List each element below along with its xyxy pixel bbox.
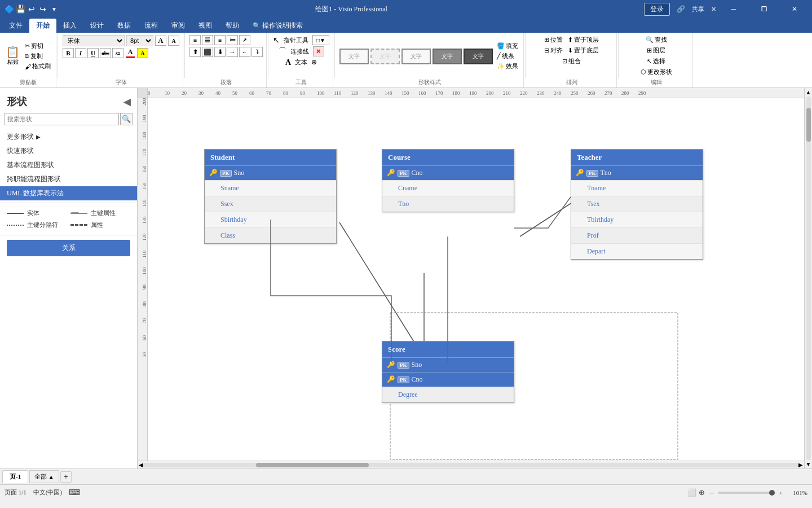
shape-selector[interactable]: □▼	[312, 35, 329, 45]
font-color-button[interactable]: A	[125, 48, 136, 58]
indent-button[interactable]: →	[227, 47, 238, 57]
normal-view-icon[interactable]: ⬜	[687, 488, 696, 497]
highlight-button[interactable]: A	[137, 48, 148, 58]
style-preview-4[interactable]: 文字	[433, 49, 462, 64]
style-preview-5[interactable]: 文字	[464, 49, 493, 64]
bring-front-button[interactable]: ⬆ 置于顶层	[566, 35, 601, 45]
connector-x[interactable]: ✕	[313, 46, 324, 56]
font-grow-button[interactable]: A	[155, 36, 166, 46]
tab-view[interactable]: 视图	[192, 19, 219, 33]
valign-bot-button[interactable]: ⬇	[214, 47, 226, 57]
tab-data[interactable]: 数据	[111, 19, 138, 33]
sidebar-item-uml-db[interactable]: UML 数据库表示法	[0, 186, 137, 200]
cut-button[interactable]: ✂ 剪切	[23, 41, 52, 51]
teacher-table[interactable]: Teacher 🔑 PK Tno Tname Tsex Tbirthday Pr…	[571, 149, 703, 260]
style-preview-2[interactable]: 文字	[370, 49, 400, 64]
canvas[interactable]: Student 🔑 PK Sno Sname Ssex Sbirthday Cl…	[148, 98, 804, 461]
tab-design[interactable]: 设计	[83, 19, 111, 33]
italic-button[interactable]: I	[75, 48, 86, 58]
send-back-button[interactable]: ⬇ 置于底层	[566, 46, 601, 55]
more-indent-button[interactable]: ⤵	[251, 47, 263, 57]
line-button[interactable]: ╱ 线条	[495, 51, 520, 61]
scroll-right-button[interactable]: ▶	[798, 462, 803, 468]
fit-view-icon[interactable]: ⊕	[699, 488, 705, 497]
search-input[interactable]	[5, 113, 119, 125]
sidebar-item-basic-flow[interactable]: 基本流程图形状	[0, 158, 137, 172]
position-button[interactable]: ⊞ 位置	[542, 35, 564, 45]
font-shrink-button[interactable]: A	[168, 36, 179, 46]
tab-help[interactable]: 帮助	[219, 19, 246, 33]
sidebar-item-quick-shapes[interactable]: 快速形状	[0, 144, 137, 158]
vscroll-thumb[interactable]	[806, 108, 811, 142]
save-icon[interactable]: 💾	[16, 5, 25, 14]
valign-mid-button[interactable]: ⬛	[202, 47, 213, 57]
align-right-button[interactable]: ≡	[214, 35, 226, 45]
align-button[interactable]: ⊟ 对齐	[542, 46, 564, 55]
sidebar-item-more-shapes[interactable]: 更多形状 ▶	[0, 130, 137, 144]
zoom-level[interactable]: 101%	[787, 489, 807, 496]
subscript-button[interactable]: x₂	[112, 48, 123, 58]
zoom-minus[interactable]: ─	[709, 489, 714, 496]
tab-insert[interactable]: 插入	[56, 19, 83, 33]
more-paragraph-button[interactable]: ↗	[239, 35, 250, 45]
vscroll-track[interactable]	[806, 97, 811, 460]
score-table[interactable]: Score 🔑 PK Sno 🔑 PK Cno Degree	[382, 341, 514, 403]
scroll-track[interactable]	[143, 463, 798, 467]
vertical-scrollbar[interactable]: ▲ ▼	[804, 88, 812, 468]
fill-button[interactable]: 🪣 填充	[495, 41, 520, 51]
sidebar-collapse-button[interactable]: ◀	[123, 97, 130, 107]
close-button[interactable]: ✕	[782, 0, 807, 18]
horizontal-scrollbar[interactable]: ◀ ▶	[138, 461, 804, 468]
course-table[interactable]: Course 🔑 PK Cno Cname Tno	[382, 149, 514, 212]
scroll-left-button[interactable]: ◀	[139, 462, 143, 468]
pointer-tool-button[interactable]: 指针工具	[282, 36, 310, 45]
style-preview-3[interactable]: 文字	[401, 49, 431, 64]
text-tool-button[interactable]: 文本	[293, 58, 309, 67]
student-table[interactable]: Student 🔑 PK Sno Sname Ssex Sbirthday Cl…	[204, 149, 337, 244]
effects-button[interactable]: ✨ 效果	[495, 62, 520, 71]
redo-icon[interactable]: ↪	[38, 5, 47, 14]
bullets-button[interactable]: ≔	[227, 35, 238, 45]
align-left-button[interactable]: ≡	[189, 35, 201, 45]
select-button[interactable]: ↖ 选择	[645, 56, 667, 66]
find-button[interactable]: 🔍 查找	[644, 35, 669, 45]
valign-top-button[interactable]: ⬆	[189, 47, 201, 57]
add-page-button[interactable]: +	[60, 471, 72, 483]
close-pane-icon[interactable]: ✕	[711, 6, 716, 13]
strikethrough-button[interactable]: abc	[100, 48, 111, 58]
paste-button[interactable]: 📋 粘贴	[3, 45, 22, 67]
connector-tool-button[interactable]: 连接线	[289, 47, 311, 56]
format-painter-button[interactable]: 🖌 格式刷	[23, 62, 52, 71]
tab-file[interactable]: 文件	[2, 19, 29, 33]
restore-button[interactable]: ⧠	[751, 0, 777, 18]
layers-button[interactable]: ⊞ 图层	[645, 46, 667, 55]
scroll-down-button[interactable]: ▼	[806, 461, 811, 467]
scroll-thumb[interactable]	[256, 463, 369, 467]
tab-home[interactable]: 开始	[29, 19, 56, 33]
tab-search[interactable]: 🔍 操作说明搜索	[246, 19, 310, 33]
font-name-select[interactable]: 宋体	[63, 35, 125, 46]
minimize-button[interactable]: ─	[721, 0, 747, 18]
outdent-button[interactable]: ←	[239, 47, 250, 57]
font-size-select[interactable]: 8pt	[126, 35, 153, 46]
tab-process[interactable]: 流程	[138, 19, 165, 33]
tab-review[interactable]: 审阅	[165, 19, 192, 33]
customize-icon[interactable]: ▼	[50, 5, 59, 14]
align-center-button[interactable]: ☰	[202, 35, 213, 45]
search-button[interactable]: 🔍	[120, 113, 133, 125]
relation-button[interactable]: 关系	[7, 240, 130, 256]
all-pages-button[interactable]: 全部 ▲	[29, 470, 59, 483]
page-tab-1[interactable]: 页-1	[2, 470, 28, 483]
zoom-slider[interactable]	[718, 492, 775, 494]
sidebar-item-cross-func[interactable]: 跨职能流程图形状	[0, 172, 137, 186]
bold-button[interactable]: B	[63, 48, 74, 58]
underline-button[interactable]: U	[87, 48, 99, 58]
change-shape-button[interactable]: ⬡ 更改形状	[639, 67, 674, 77]
zoom-plus[interactable]: +	[779, 489, 783, 496]
copy-button[interactable]: ⧉ 复制	[23, 51, 52, 61]
scroll-up-button[interactable]: ▲	[806, 89, 811, 95]
undo-icon[interactable]: ↩	[27, 5, 36, 14]
group-button[interactable]: ⊡ 组合	[561, 56, 582, 66]
login-button[interactable]: 登录	[644, 3, 670, 16]
style-preview-1[interactable]: 文字	[339, 49, 369, 64]
